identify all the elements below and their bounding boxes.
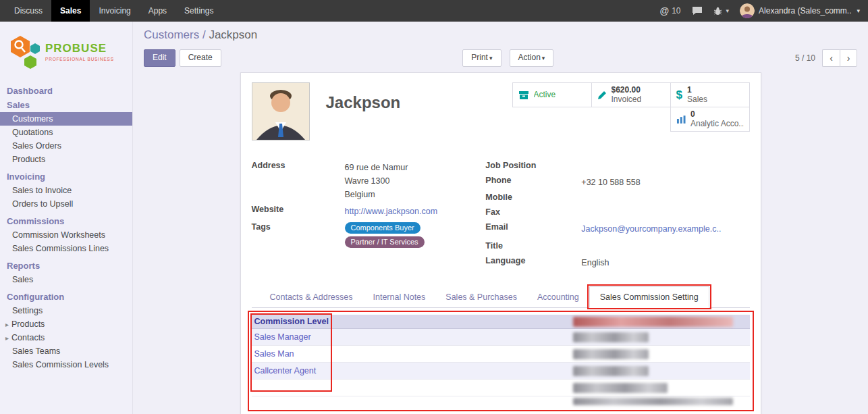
caret-down-icon: ▾ <box>726 7 730 14</box>
sales-stat-button[interactable]: $ 1 Sales <box>670 82 750 107</box>
commission-level-cell: Callcenter Agent <box>252 366 317 376</box>
mention-count: 10 <box>672 6 680 16</box>
sidebar-heading-reports[interactable]: Reports <box>0 259 132 273</box>
address-value[interactable]: 69 rue de Namur Wavre 1300 Belgium <box>345 161 408 201</box>
phone-value[interactable]: +32 10 588 558 <box>581 176 640 189</box>
sidebar-item-quotations[interactable]: Quotations <box>0 126 132 139</box>
commission-levels-table: Commission Level Sales Manager Sales Man… <box>252 315 750 407</box>
print-dropdown[interactable]: Print▾ <box>462 49 501 66</box>
user-avatar <box>740 3 755 18</box>
sidebar-item-config-products[interactable]: ▸Products <box>0 317 132 331</box>
breadcrumb-separator: / <box>202 28 206 41</box>
sidebar: PROBUSE PROFESSIONAL BUSINESS Dashboard … <box>0 22 133 414</box>
tag-components-buyer[interactable]: Components Buyer <box>345 222 421 234</box>
customer-name-title: Jackpson <box>326 93 401 140</box>
fax-label: Fax <box>485 207 581 217</box>
breadcrumb-customers-link[interactable]: Customers <box>144 28 199 41</box>
sidebar-item-label: Contacts <box>11 333 45 342</box>
sidebar-heading-sales[interactable]: Sales <box>0 98 132 112</box>
analytic-label: Analytic Acco... <box>690 120 744 129</box>
commission-level-cell: Sales Manager <box>252 332 311 342</box>
email-label: Email <box>485 222 581 232</box>
mention-at-icon: @ <box>660 5 670 16</box>
customer-photo[interactable] <box>252 82 310 140</box>
address-line-2: Wavre 1300 <box>345 174 408 188</box>
tab-accounting[interactable]: Accounting <box>527 287 589 307</box>
table-footer-area <box>252 396 750 407</box>
sidebar-heading-invoicing[interactable]: Invoicing <box>0 170 132 184</box>
table-row-callcenter-agent[interactable]: Callcenter Agent <box>252 363 750 380</box>
language-label: Language <box>485 256 581 265</box>
sidebar-item-sales-teams[interactable]: Sales Teams <box>0 344 132 358</box>
pager-next-button[interactable]: › <box>840 49 857 67</box>
menu-apps[interactable]: Apps <box>140 0 175 22</box>
phone-label: Phone <box>485 176 581 185</box>
top-navbar: Discuss Sales Invoicing Apps Settings @ … <box>0 0 868 22</box>
pager-previous-button[interactable]: ‹ <box>822 49 840 67</box>
menu-discuss[interactable]: Discuss <box>5 0 51 22</box>
sidebar-item-commission-worksheets[interactable]: Commission Worksheets <box>0 228 132 242</box>
tab-contacts-addresses[interactable]: Contacts & Addresses <box>260 287 363 307</box>
redacted-block <box>573 332 649 342</box>
stat-buttons: Active $620.00 Invoiced $ <box>508 82 750 140</box>
website-link[interactable]: http://www.jackpson.com <box>345 205 438 218</box>
sidebar-item-orders-to-upsell[interactable]: Orders to Upsell <box>0 197 132 211</box>
sidebar-item-sales-orders[interactable]: Sales Orders <box>0 139 132 153</box>
sidebar-heading-dashboard[interactable]: Dashboard <box>0 84 132 98</box>
user-menu[interactable]: Alexandra (Sales_comm.. ▾ <box>740 3 860 18</box>
analytic-accounts-stat-button[interactable]: 0 Analytic Acco... <box>670 107 750 132</box>
sidebar-item-settings[interactable]: Settings <box>0 304 132 317</box>
sidebar-heading-commissions[interactable]: Commissions <box>0 214 132 228</box>
pencil-icon <box>597 90 607 100</box>
chevron-right-icon: › <box>847 53 850 63</box>
language-value[interactable]: English <box>581 256 609 269</box>
sidebar-item-customers[interactable]: Customers <box>0 112 132 126</box>
chevron-right-icon: ▸ <box>5 321 9 328</box>
sidebar-item-reports-sales[interactable]: Sales <box>0 273 132 286</box>
sidebar-item-sales-commissions-lines[interactable]: Sales Commissions Lines <box>0 242 132 255</box>
debug-menu[interactable]: ▾ <box>713 7 730 16</box>
pager-counter: 5 / 10 <box>795 53 815 63</box>
edit-button[interactable]: Edit <box>144 49 175 66</box>
tab-label: Sales Commission Setting <box>600 292 699 302</box>
create-button[interactable]: Create <box>180 49 221 66</box>
column-header-commission-level[interactable]: Commission Level <box>252 317 329 326</box>
address-label: Address <box>252 161 345 170</box>
table-row-sales-man[interactable]: Sales Man <box>252 346 750 363</box>
analytic-count: 0 <box>690 110 744 120</box>
sidebar-item-products[interactable]: Products <box>0 153 132 166</box>
notebook-tabs: Contacts & Addresses Internal Notes Sale… <box>252 286 750 308</box>
address-line-1: 69 rue de Namur <box>345 161 408 174</box>
redacted-block <box>573 349 649 359</box>
menu-invoicing[interactable]: Invoicing <box>90 0 139 22</box>
sidebar-item-config-contacts[interactable]: ▸Contacts <box>0 331 132 344</box>
logo-subtitle: PROFESSIONAL BUSINESS <box>45 57 114 61</box>
sales-count: 1 <box>687 86 707 95</box>
title-label: Title <box>485 241 581 251</box>
invoiced-stat-button[interactable]: $620.00 Invoiced <box>591 82 671 107</box>
mobile-label: Mobile <box>485 192 581 202</box>
menu-settings[interactable]: Settings <box>175 0 222 22</box>
sidebar-item-sales-commission-levels[interactable]: Sales Commission Levels <box>0 358 132 371</box>
tab-internal-notes[interactable]: Internal Notes <box>362 287 435 307</box>
action-label: Action <box>518 53 541 62</box>
table-row-sales-manager[interactable]: Sales Manager <box>252 329 750 346</box>
tags-label: Tags <box>252 222 345 232</box>
messages-icon[interactable] <box>692 6 703 16</box>
table-row-empty[interactable] <box>252 380 750 396</box>
tab-sales-purchases[interactable]: Sales & Purchases <box>435 287 527 307</box>
tag-partner-it-services[interactable]: Partner / IT Services <box>345 236 425 248</box>
email-link[interactable]: Jackpson@yourcompany.example.c.. <box>581 222 721 236</box>
redacted-block <box>573 383 668 393</box>
sidebar-heading-configuration[interactable]: Configuration <box>0 290 132 304</box>
breadcrumb-current: Jackpson <box>209 28 257 41</box>
mention-counter[interactable]: @ 10 <box>660 5 681 16</box>
dollar-icon: $ <box>676 88 682 102</box>
action-dropdown[interactable]: Action▾ <box>510 49 554 66</box>
menu-sales[interactable]: Sales <box>51 0 90 22</box>
job-position-label: Job Position <box>485 161 581 170</box>
sidebar-item-sales-to-invoice[interactable]: Sales to Invoice <box>0 184 132 197</box>
table-header-row: Commission Level <box>252 315 750 329</box>
tab-sales-commission-setting[interactable]: Sales Commission Setting <box>589 286 709 308</box>
active-stat-button[interactable]: Active <box>512 82 592 107</box>
